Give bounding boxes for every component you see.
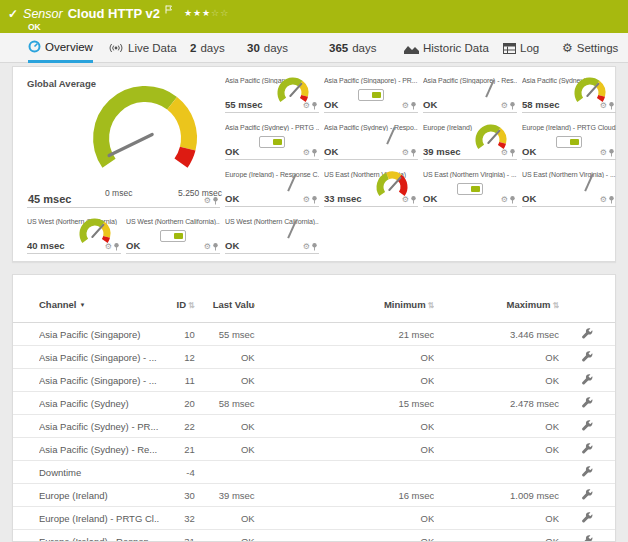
tab-30-days[interactable]: 30days (247, 33, 288, 63)
pin-icon[interactable] (312, 149, 317, 157)
channel-tile-value: OK (225, 240, 239, 251)
tab-live-data[interactable]: Live Data (108, 33, 177, 63)
channel-tile: Europe (Ireland) - Response C... OK ⚙ (225, 169, 319, 207)
column-header-channel[interactable]: Channel▼ (39, 299, 159, 312)
cell-maximum: OK (434, 536, 559, 542)
column-header-maximum[interactable]: Maximum⇅ (434, 299, 559, 311)
cell-last-value: 55 msec (195, 329, 255, 340)
gear-icon[interactable]: ⚙ (303, 243, 310, 251)
cell-last-value: 58 msec (195, 398, 255, 409)
gear-icon[interactable]: ⚙ (501, 196, 508, 204)
channel-gauge (75, 217, 115, 247)
column-header-id[interactable]: ID⇅ (159, 299, 195, 311)
channel-settings-icon[interactable] (582, 420, 593, 431)
tab-365-days[interactable]: 365days (329, 33, 376, 63)
channel-settings-icon[interactable] (582, 374, 593, 385)
pin-icon[interactable] (609, 196, 614, 204)
gear-icon[interactable]: ⚙ (600, 196, 607, 204)
channel-tile-value: 58 msec (522, 99, 560, 110)
gear-icon[interactable]: ⚙ (600, 149, 607, 157)
tab-log[interactable]: Log (503, 33, 539, 63)
cell-channel: Asia Pacific (Sydney) - Re... (39, 444, 159, 455)
chart-icon (404, 42, 419, 54)
channel-tile: Asia Pacific (Sydney) 58 msec ⚙ (522, 75, 616, 113)
pin-icon[interactable] (312, 243, 317, 251)
sensor-title: Cloud HTTP v2 (68, 6, 160, 21)
gear-icon[interactable]: ⚙ (303, 149, 310, 157)
cell-last-value: OK (195, 352, 255, 363)
channel-tile-value: OK (522, 146, 536, 157)
table-body: Asia Pacific (Singapore) 10 55 msec 21 m… (13, 323, 615, 542)
gear-icon[interactable]: ⚙ (501, 102, 508, 110)
channel-tile-title: US West (Northern California)... (126, 216, 220, 225)
column-header-last-value[interactable]: Last Value⇅ (195, 299, 255, 311)
pin-icon[interactable] (213, 243, 218, 251)
gear-icon[interactable]: ⚙ (204, 197, 211, 205)
global-average-gauge (80, 84, 210, 178)
column-header-minimum[interactable]: Minimum⇅ (255, 299, 435, 311)
gear-icon[interactable]: ⚙ (204, 243, 211, 251)
cell-channel: Asia Pacific (Sydney) - PR... (39, 421, 159, 432)
channel-tile-value: OK (423, 99, 437, 110)
table-row: Downtime -4 (13, 461, 615, 484)
channel-tile: Europe (Ireland) 39 msec ⚙ (423, 122, 517, 160)
flag-icon[interactable] (165, 0, 173, 18)
gear-icon[interactable]: ⚙ (303, 196, 310, 204)
table-row: Asia Pacific (Singapore) - ... 12 OK OK … (13, 346, 615, 369)
channel-tile-title: US East (Northern Virginia) - ... (423, 169, 517, 178)
cell-minimum: OK (255, 375, 435, 386)
table-row: Europe (Ireland) 30 39 msec 16 msec 1.00… (13, 484, 615, 507)
tab-2-days[interactable]: 2days (190, 33, 225, 63)
sensor-status-banner: ✓ Sensor Cloud HTTP v2 ★★★☆☆ OK (0, 0, 628, 33)
table-row: Asia Pacific (Sydney) - PR... 22 OK OK O… (13, 415, 615, 438)
channel-settings-icon[interactable] (582, 489, 593, 500)
channel-tile-title: Asia Pacific (Sydney) - PRTG ... (225, 122, 319, 131)
channel-settings-icon[interactable] (582, 512, 593, 523)
channel-settings-icon[interactable] (582, 535, 593, 542)
cell-last-value: OK (195, 375, 255, 386)
broadcast-icon (108, 42, 124, 54)
channel-settings-icon[interactable] (582, 351, 593, 362)
priority-stars[interactable]: ★★★☆☆ (184, 8, 229, 18)
cell-channel: Europe (Ireland) - Respon... (39, 536, 159, 542)
gauge-scale-min: 0 msec (105, 188, 132, 198)
channel-settings-icon[interactable] (582, 397, 593, 408)
gear-icon[interactable]: ⚙ (402, 149, 409, 157)
cell-id: 32 (159, 513, 195, 524)
pin-icon[interactable] (510, 102, 515, 110)
tab-historic-data[interactable]: Historic Data (404, 33, 489, 63)
channel-tile: Asia Pacific (Singapore) - PR... OK ⚙ (324, 75, 418, 113)
status-badge: OK (28, 22, 628, 32)
channel-tile: US West (Northern California)... OK ⚙ (126, 216, 220, 254)
channel-tile-value: OK (324, 146, 338, 157)
tab-overview[interactable]: Overview (28, 33, 93, 63)
channel-tile: Europe (Ireland) - PRTG Cloud... OK ⚙ (522, 122, 616, 160)
channel-tile-value: OK (423, 193, 437, 204)
cell-channel: Europe (Ireland) (39, 490, 159, 501)
cell-minimum: OK (255, 513, 435, 524)
pin-icon[interactable] (411, 102, 416, 110)
cell-last-value: OK (195, 444, 255, 455)
cell-channel: Europe (Ireland) - PRTG Cl... (39, 513, 159, 524)
channel-tile: US West (Northern California) 40 msec ⚙ (27, 216, 121, 254)
channel-gauge (372, 170, 412, 200)
gear-icon[interactable]: ⚙ (402, 102, 409, 110)
gauges-panel: Global Average 0 msec 5.250 msec 45 msec… (12, 66, 616, 262)
tab-settings[interactable]: ⚙ Settings (562, 33, 618, 63)
cell-id: 12 (159, 352, 195, 363)
pin-icon[interactable] (213, 197, 218, 205)
cell-id: 21 (159, 444, 195, 455)
sort-icon: ⇅ (188, 301, 195, 310)
channel-settings-icon[interactable] (582, 328, 593, 339)
table-row: Europe (Ireland) - Respon... 31 OK OK OK (13, 530, 615, 542)
channel-tile: Asia Pacific (Sydney) - PRTG ... OK ⚙ (225, 122, 319, 160)
pin-icon[interactable] (510, 196, 515, 204)
pin-icon[interactable] (411, 149, 416, 157)
cell-last-value: OK (195, 421, 255, 432)
channel-gauge (273, 76, 313, 106)
pin-icon[interactable] (312, 196, 317, 204)
channel-settings-icon[interactable] (582, 443, 593, 454)
channel-settings-icon[interactable] (582, 466, 593, 477)
cell-id: 31 (159, 536, 195, 542)
pin-icon[interactable] (609, 149, 614, 157)
